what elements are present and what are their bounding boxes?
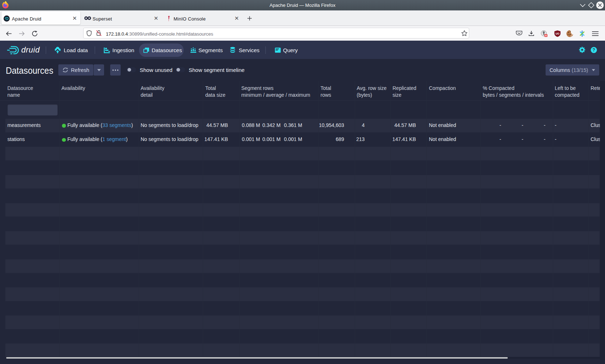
svg-text:?: ?: [592, 47, 595, 53]
svg-text:UO: UO: [556, 32, 560, 35]
